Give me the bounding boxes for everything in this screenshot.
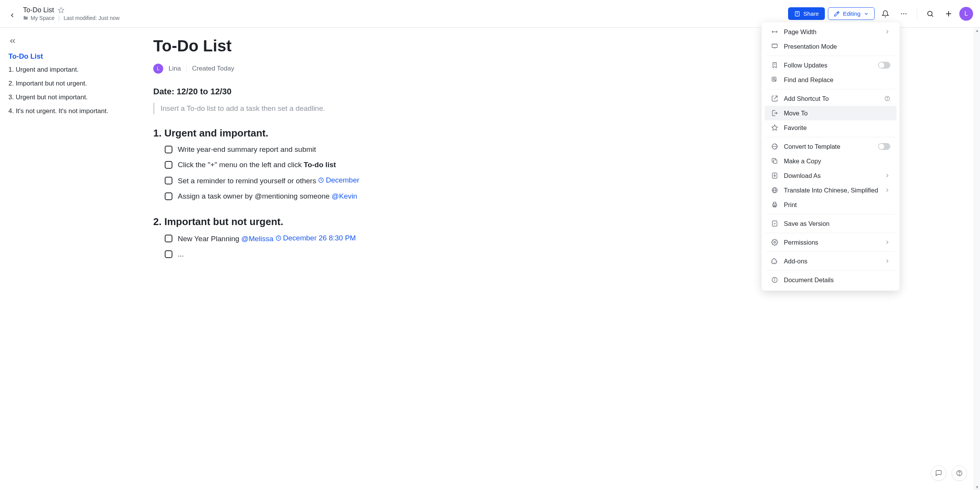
task-checkbox[interactable] <box>165 146 172 153</box>
page-title[interactable]: To-Do List <box>153 37 521 55</box>
menu-item[interactable]: Translate Into Chinese, Simplified <box>765 183 896 197</box>
menu-item[interactable]: Save as Version <box>765 216 896 231</box>
outline-item[interactable]: 3. Urgent but not important. <box>8 94 145 101</box>
share-button[interactable]: Share <box>788 7 825 20</box>
menu-divider <box>766 214 895 214</box>
svg-point-6 <box>906 13 907 14</box>
outline-item[interactable]: 2. Important but not urgent. <box>8 80 145 87</box>
comment-icon <box>935 470 942 477</box>
date-chip[interactable]: December <box>318 176 359 184</box>
help-fab[interactable] <box>952 465 967 481</box>
outline-item[interactable]: 1. Urgent and important. <box>8 66 145 74</box>
editing-mode-button[interactable]: Editing <box>828 7 875 20</box>
comments-fab[interactable] <box>931 465 946 481</box>
scroll-down-arrow[interactable]: ▼ <box>974 485 980 489</box>
chevron-right-icon <box>884 187 890 193</box>
hint-text: Insert a To-do list to add a task then s… <box>161 104 325 112</box>
more-options-button[interactable] <box>896 6 911 21</box>
task-text: Set a reminder to remind yourself or oth… <box>178 176 359 185</box>
svg-rect-28 <box>774 160 777 163</box>
date-range-heading[interactable]: Date: 12/20 to 12/30 <box>153 87 521 97</box>
search-button[interactable] <box>923 6 938 21</box>
svg-marker-25 <box>772 125 778 130</box>
outline-item[interactable]: 4. It's not urgent. It's not important. <box>8 107 145 115</box>
menu-item[interactable]: Print <box>765 197 896 212</box>
task-row[interactable]: Assign a task owner by @mentioning someo… <box>165 192 521 201</box>
folder-icon <box>23 15 28 21</box>
scroll-up-arrow[interactable]: ▲ <box>974 28 980 33</box>
task-row[interactable]: ... <box>165 250 521 258</box>
gear-icon <box>771 239 778 246</box>
menu-item[interactable]: Move To <box>765 106 896 120</box>
menu-item[interactable]: Follow Updates <box>765 58 896 72</box>
svg-rect-35 <box>774 202 776 204</box>
menu-item[interactable]: Find and Replace <box>765 72 896 87</box>
toggle-switch[interactable] <box>878 62 890 69</box>
search-icon <box>926 10 934 18</box>
bookmark-icon <box>771 62 778 69</box>
find-replace-icon <box>771 76 778 83</box>
menu-item[interactable]: Document Details <box>765 273 896 287</box>
mention-chip[interactable]: @Kevin <box>332 192 357 200</box>
task-list: New Year Planning @Melissa December 26 8… <box>165 234 521 258</box>
vertical-separator <box>917 9 917 19</box>
date-chip[interactable]: December 26 8:30 PM <box>275 234 356 242</box>
collapse-outline-button[interactable] <box>8 37 145 45</box>
svg-point-41 <box>774 278 775 279</box>
task-row[interactable]: Click the "+" menu on the left and click… <box>165 161 521 169</box>
menu-item[interactable]: Add-ons <box>765 254 896 268</box>
menu-item[interactable]: Add Shortcut To <box>765 91 896 106</box>
mention-chip[interactable]: @Melissa <box>241 235 274 243</box>
edge-scrollbar[interactable]: ▲ ▼ <box>974 28 980 490</box>
author-name[interactable]: Lina <box>169 65 181 72</box>
menu-item[interactable]: Convert to Template <box>765 139 896 154</box>
menu-item-label: Print <box>784 201 885 209</box>
user-avatar[interactable]: L <box>959 7 973 21</box>
task-row[interactable]: Write year-end summary report and submit <box>165 145 521 154</box>
star-outline-icon <box>771 124 778 131</box>
menu-item[interactable]: Presentation Mode <box>765 39 896 54</box>
task-checkbox[interactable] <box>165 161 172 169</box>
task-checkbox[interactable] <box>165 250 172 258</box>
svg-marker-0 <box>58 7 64 12</box>
task-row[interactable]: Set a reminder to remind yourself or oth… <box>165 176 521 185</box>
menu-item-label: Move To <box>784 110 885 117</box>
shortcut-icon <box>771 95 778 102</box>
more-options-menu[interactable]: Page Width Presentation Mode Follow Upda… <box>762 22 900 291</box>
task-checkbox[interactable] <box>165 192 172 200</box>
clock-icon <box>275 235 282 241</box>
avatar-letter: L <box>965 10 968 17</box>
task-checkbox[interactable] <box>165 177 172 184</box>
menu-item-label: Follow Updates <box>784 62 873 69</box>
created-text: Created Today <box>192 65 234 72</box>
puzzle-icon <box>771 258 778 265</box>
breadcrumb: My Space | Last modified: Just now <box>23 15 120 21</box>
menu-divider <box>766 233 895 233</box>
menu-item[interactable]: Page Width <box>765 25 896 39</box>
favorite-button[interactable] <box>57 7 65 14</box>
svg-point-4 <box>901 13 902 14</box>
copy-icon <box>771 158 778 164</box>
task-checkbox[interactable] <box>165 235 172 242</box>
menu-item[interactable]: Download As <box>765 168 896 183</box>
section-heading[interactable]: 2. Important but not urgent. <box>153 216 521 228</box>
back-button[interactable] <box>7 10 18 21</box>
hint-block[interactable]: Insert a To-do list to add a task then s… <box>153 103 521 114</box>
author-avatar[interactable]: L <box>153 64 163 74</box>
plus-icon <box>945 10 952 18</box>
menu-item[interactable]: Favorite <box>765 120 896 135</box>
menu-item[interactable]: Make a Copy <box>765 154 896 168</box>
outline-root[interactable]: To-Do List <box>8 52 145 61</box>
menu-item[interactable]: People Mentioned <box>765 287 896 291</box>
menu-item[interactable]: Permissions <box>765 235 896 250</box>
share-icon <box>794 11 800 17</box>
create-button[interactable] <box>941 6 956 21</box>
translate-icon <box>771 187 778 194</box>
section-heading[interactable]: 1. Urgent and important. <box>153 127 521 139</box>
breadcrumb-space[interactable]: My Space <box>23 15 54 21</box>
toggle-switch[interactable] <box>878 143 890 150</box>
notifications-button[interactable] <box>878 6 893 21</box>
page-width-icon <box>771 28 778 35</box>
task-row[interactable]: New Year Planning @Melissa December 26 8… <box>165 234 521 243</box>
doc-title[interactable]: To-Do List <box>23 6 54 14</box>
